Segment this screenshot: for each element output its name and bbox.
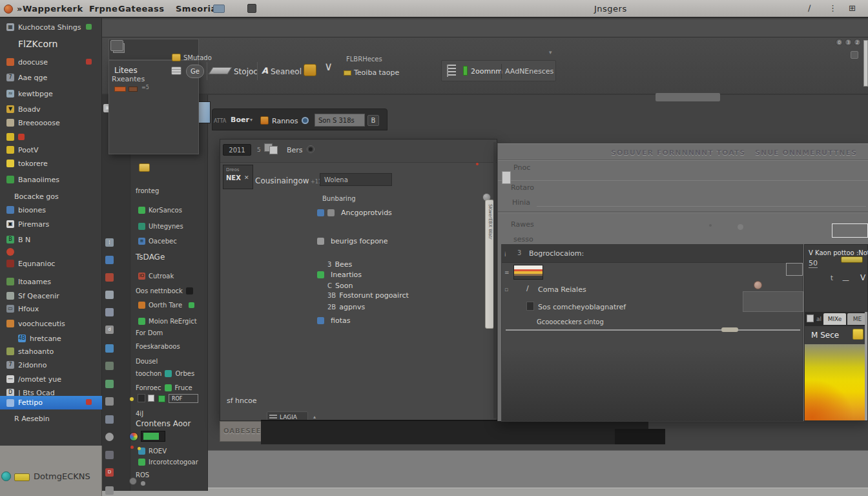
name-input[interactable]	[320, 173, 392, 186]
tab-al[interactable]: al	[815, 313, 823, 325]
sidebar-item[interactable]: tokorere	[0, 157, 102, 170]
vertical-scroll-strip[interactable]: SKwerEBX Watr	[485, 200, 494, 329]
side-icon-1[interactable]: i	[504, 251, 506, 258]
list-item[interactable]: Ancgoprotvids	[317, 208, 392, 218]
bers-label[interactable]: Bers	[287, 146, 303, 154]
tool-panel-item[interactable]: Moion ReErgict	[138, 316, 200, 326]
sidebar-item[interactable]: FlZKcorn	[0, 37, 102, 50]
edge-scrollbar[interactable]	[863, 40, 868, 87]
search-icon[interactable]	[302, 117, 309, 124]
tool-panel-item[interactable]: Oos nettnbock	[125, 285, 196, 296]
folder-icon[interactable]	[14, 473, 30, 481]
window-control-icon[interactable]: ⊞	[849, 3, 856, 13]
seaneol-label[interactable]: Seaneol	[271, 67, 302, 76]
addresses-button[interactable]: AAdNEnesces	[505, 67, 553, 76]
boer-button[interactable]: Boer	[231, 116, 249, 124]
mini-square-icon[interactable]	[851, 51, 858, 59]
rannos-button[interactable]: Rannos	[272, 117, 298, 125]
sidebar-item[interactable]: bioones	[0, 203, 102, 216]
tool-strip-icon[interactable]	[105, 380, 114, 388]
tool-strip-icon[interactable]	[105, 415, 114, 424]
fifty-icon[interactable]: 50	[809, 259, 818, 268]
eye-icon[interactable]	[307, 145, 315, 153]
list-item[interactable]: 2B agpnvs	[317, 302, 365, 312]
boer-caret-icon[interactable]: ▾	[250, 117, 253, 123]
sidebar-item[interactable]: — /omotet yue	[0, 373, 102, 386]
sidebar-item[interactable]: 7 Aae qge	[0, 71, 102, 84]
paint-tool-button[interactable]	[304, 64, 316, 76]
tool-panel-item[interactable]: Crontens Aoor	[125, 418, 194, 429]
list-item[interactable]: 3B Fostorunt pogoairct	[317, 291, 409, 300]
close-icon[interactable]: ✕	[244, 174, 249, 181]
mini-circle-icon[interactable]: 3	[845, 39, 852, 46]
menu-square-icon[interactable]	[247, 4, 256, 13]
sidebar-item[interactable]: ▣ Piremars	[0, 218, 102, 231]
tool-strip-icon[interactable]	[105, 486, 114, 495]
color-wheel-icon[interactable]	[129, 432, 138, 441]
tool-strip-icon[interactable]: ¦	[105, 238, 114, 247]
sidebar-item[interactable]: ≈ kewtbpge	[0, 87, 102, 100]
menu-item[interactable]: »Wapperkerk	[17, 4, 83, 14]
year-button[interactable]: 2011	[223, 144, 251, 156]
property-row[interactable]: Hinia	[512, 198, 530, 207]
b-button[interactable]: B	[367, 115, 379, 126]
tab-mini-icon[interactable]	[807, 315, 814, 322]
slider-handle[interactable]	[721, 327, 738, 332]
green-tool-icon[interactable]	[158, 395, 165, 402]
swatch-brown[interactable]	[129, 87, 138, 92]
sidebar-item[interactable]: Breeoooose	[0, 116, 102, 129]
nex-box[interactable]: Dreos NEX ✕	[223, 165, 253, 189]
tool-panel-item[interactable]: For Dom	[125, 327, 166, 338]
sidebar-item[interactable]: 4B hretcane	[0, 332, 102, 345]
picker-scrollbar[interactable]	[865, 312, 867, 420]
page-icon[interactable]	[502, 171, 511, 184]
property-row[interactable]: Pnoc	[513, 163, 530, 172]
tool-strip-icon[interactable]	[105, 344, 114, 353]
sidebar-item[interactable]: B B N	[0, 233, 102, 246]
tool-strip-icon[interactable]	[105, 256, 114, 264]
property-row[interactable]: Rawes	[511, 220, 534, 229]
status-circle-icon[interactable]	[1, 471, 11, 481]
side-icon-3[interactable]: ▫	[504, 286, 508, 293]
mini-circle-icon[interactable]: 0	[836, 39, 843, 46]
tool-panel-item[interactable]: IO Cutroak	[138, 271, 177, 281]
zoom-label[interactable]: 2oomnm	[471, 67, 502, 76]
tool-strip-icon[interactable]	[105, 291, 114, 299]
tool-panel-item[interactable]: Foeskaraboos	[125, 341, 183, 351]
sub-row-1[interactable]: Coma Reiales	[538, 285, 586, 294]
tool-strip-icon[interactable]	[105, 397, 114, 406]
menu-item[interactable]: Frpne	[89, 4, 118, 14]
list-item[interactable]: C Soon	[317, 281, 353, 291]
tool-strip-icon[interactable]	[105, 433, 114, 441]
property-row[interactable]: sesso	[513, 235, 533, 243]
slider-track[interactable]	[506, 329, 800, 331]
lagia-caret-icon[interactable]: ▴	[313, 414, 316, 420]
sidebar-item[interactable]: R Aesebin	[0, 412, 102, 425]
sidebar-item[interactable]: Fettipo	[0, 396, 102, 409]
sidebar-item[interactable]: PootV	[0, 143, 102, 156]
tool-strip-icon[interactable]	[105, 273, 114, 282]
sidebar-item[interactable]: ▼ Boadv	[0, 103, 102, 116]
sidebar-item[interactable]	[0, 130, 102, 143]
sidebar-item[interactable]: Bocacke gos	[0, 190, 102, 203]
swatch-orange[interactable]	[114, 87, 126, 92]
yellow-bar-icon[interactable]	[841, 256, 863, 263]
stojoc-label[interactable]: Stojoc	[234, 67, 258, 76]
tool-strip-icon[interactable]: d	[105, 326, 114, 334]
teoiba-label[interactable]: Teoiba taope	[354, 68, 399, 77]
glyph-v[interactable]: V	[860, 273, 865, 282]
sidebar-item[interactable]: Sf Qeacenir	[0, 289, 102, 302]
tool-strip-icon[interactable]: D	[105, 468, 114, 477]
checkmark-icon[interactable]: ∨	[324, 59, 333, 73]
tool-strip-icon[interactable]	[105, 451, 114, 459]
sidebar-item[interactable]: Equnanioc	[0, 257, 102, 270]
menu-item[interactable]: Smeoria	[176, 4, 217, 14]
toolbar-caret-icon[interactable]: ▾	[549, 49, 552, 56]
green-swatch[interactable]	[143, 433, 159, 440]
tool-panel-item[interactable]: fronteg	[125, 185, 162, 196]
side-icon-2[interactable]: ≡	[504, 269, 510, 276]
window-icon[interactable]	[110, 40, 123, 51]
tool-panel-item[interactable]: Dousel	[125, 356, 161, 366]
sidebar-item[interactable]: ▭ Hfoux	[0, 302, 102, 315]
simulate-icon[interactable]	[172, 54, 181, 61]
